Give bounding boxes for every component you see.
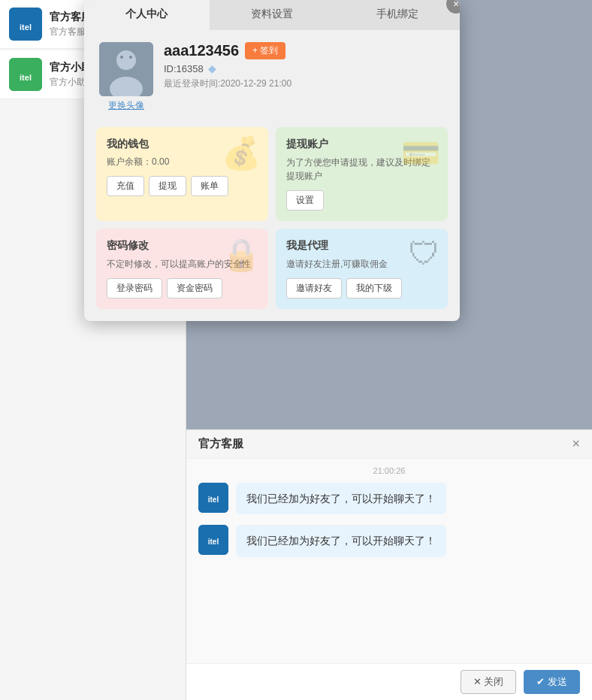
login-password-button[interactable]: 登录密码 bbox=[107, 278, 162, 298]
sign-in-button[interactable]: + 签到 bbox=[245, 42, 285, 59]
bill-button[interactable]: 账单 bbox=[191, 176, 228, 196]
wallet-card: 💰 我的钱包 账户余额：0.00 充值 提现 账单 bbox=[96, 127, 268, 221]
tab-profile-settings[interactable]: 资料设置 bbox=[210, 0, 335, 30]
chat-panel-close-button[interactable]: × bbox=[572, 436, 580, 452]
agent-buttons: 邀请好友 我的下级 bbox=[286, 278, 437, 298]
withdraw-button[interactable]: 提现 bbox=[149, 176, 186, 196]
message-timestamp: 21:00:26 bbox=[198, 466, 580, 475]
password-buttons: 登录密码 资金密码 bbox=[107, 278, 258, 298]
password-card: 🔒 密码修改 不定时修改，可以提高账户的安全性 登录密码 资金密码 bbox=[96, 229, 268, 309]
svg-text:itel: itel bbox=[208, 538, 219, 546]
modal-tabs: 个人中心 资料设置 手机绑定 bbox=[84, 0, 460, 30]
my-downline-button[interactable]: 我的下级 bbox=[346, 278, 402, 298]
profile-info: aaa123456 + 签到 ID:16358 ◆ 最近登录时间:2020-12… bbox=[164, 42, 445, 90]
chat-panel-title: 官方客服 bbox=[198, 437, 243, 451]
message-bubble: 我们已经加为好友了，可以开始聊天了！ bbox=[236, 483, 446, 514]
profile-id: ID:16358 bbox=[164, 63, 204, 74]
diamond-icon: ◆ bbox=[208, 62, 216, 74]
cards-grid: 💰 我的钱包 账户余额：0.00 充值 提现 账单 💳 提现账户 为了方便您申请… bbox=[84, 120, 460, 321]
message-avatar: itel bbox=[198, 525, 228, 555]
settings-button[interactable]: 设置 bbox=[286, 190, 324, 211]
profile-last-login: 最近登录时间:2020-12-29 21:00 bbox=[164, 77, 445, 90]
recharge-button[interactable]: 充值 bbox=[107, 176, 144, 196]
svg-rect-7 bbox=[120, 56, 123, 59]
credit-card-icon: 💳 bbox=[401, 135, 440, 171]
avatar-wrap: 更换头像 bbox=[99, 42, 153, 112]
svg-rect-8 bbox=[129, 56, 132, 59]
fund-password-button[interactable]: 资金密码 bbox=[167, 278, 222, 298]
profile-modal: × 个人中心 资料设置 手机绑定 更换头像 aaa1 bbox=[84, 0, 460, 321]
tab-phone-binding[interactable]: 手机绑定 bbox=[334, 0, 460, 30]
tab-personal-center[interactable]: 个人中心 bbox=[84, 0, 210, 30]
svg-text:itel: itel bbox=[208, 495, 219, 504]
chat-messages: 21:00:26 itel 我们已经加为好友了，可以开始聊天了！ itel 我们… bbox=[186, 459, 592, 663]
chat-panel-header: 官方客服 × bbox=[186, 430, 592, 459]
avatar: itel bbox=[9, 58, 42, 91]
message-row: itel 我们已经加为好友了，可以开始聊天了！ bbox=[198, 525, 580, 556]
close-chat-button[interactable]: ✕ 关闭 bbox=[461, 670, 517, 694]
wallet-icon: 💰 bbox=[222, 135, 261, 171]
invite-friends-button[interactable]: 邀请好友 bbox=[286, 278, 342, 298]
svg-text:itel: itel bbox=[20, 23, 32, 32]
profile-username: aaa123456 bbox=[164, 42, 239, 59]
message-row: itel 我们已经加为好友了，可以开始聊天了！ bbox=[198, 483, 580, 514]
change-avatar-link[interactable]: 更换头像 bbox=[108, 99, 144, 112]
withdraw-buttons: 设置 bbox=[286, 190, 437, 211]
wallet-buttons: 充值 提现 账单 bbox=[107, 176, 258, 196]
chat-toolbar: ✕ 关闭 ✔ 发送 bbox=[186, 663, 592, 700]
withdraw-account-card: 💳 提现账户 为了方便您申请提现，建议及时绑定提现账户 设置 bbox=[276, 127, 448, 221]
profile-avatar bbox=[99, 42, 153, 96]
send-button[interactable]: ✔ 发送 bbox=[524, 670, 580, 694]
shield-icon: 🛡 bbox=[409, 236, 440, 272]
svg-text:itel: itel bbox=[20, 73, 32, 82]
message-bubble: 我们已经加为好友了，可以开始聊天了！ bbox=[236, 525, 446, 556]
svg-point-5 bbox=[116, 50, 136, 70]
lock-icon: 🔒 bbox=[222, 236, 261, 273]
message-avatar: itel bbox=[198, 483, 228, 513]
profile-header: 更换头像 aaa123456 + 签到 ID:16358 ◆ 最近登录时间:20… bbox=[84, 30, 460, 120]
agent-card: 🛡 我是代理 邀请好友注册,可赚取佣金 邀请好友 我的下级 bbox=[276, 229, 448, 309]
chat-panel: 官方客服 × 21:00:26 itel 我们已经加为好友了，可以开始聊天了！ … bbox=[186, 429, 592, 700]
avatar: itel bbox=[9, 8, 42, 41]
